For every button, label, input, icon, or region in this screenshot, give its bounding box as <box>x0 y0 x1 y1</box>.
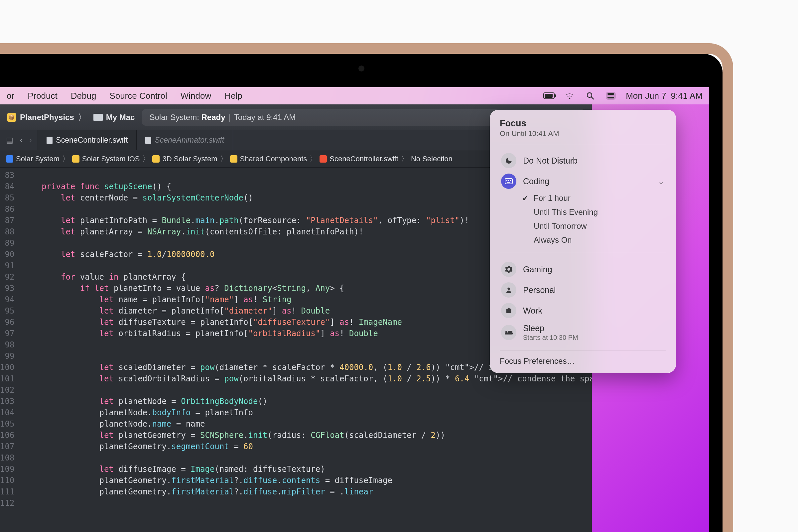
svg-rect-2 <box>505 178 512 184</box>
battery-icon[interactable] <box>543 92 555 100</box>
nav-back-icon[interactable]: ‹ <box>20 136 23 145</box>
gear-icon <box>501 262 516 277</box>
focus-mode-work[interactable]: Work <box>500 300 666 321</box>
focus-mode-label: Sleep <box>523 324 665 333</box>
camera-dot <box>358 65 364 72</box>
jump-seg[interactable]: Solar System <box>16 155 59 163</box>
swift-file-icon <box>320 155 327 163</box>
moon-icon <box>501 153 516 168</box>
divider <box>500 350 666 350</box>
focus-title: Focus <box>500 118 666 129</box>
menu-item-product[interactable]: Product <box>27 91 58 101</box>
scheme-selector[interactable]: 📦 PlanetPhysics 〉 <box>7 112 86 123</box>
menu-item-debug[interactable]: Debug <box>71 91 96 101</box>
focus-mode-label: Personal <box>523 285 665 295</box>
svg-rect-4 <box>508 180 509 181</box>
focus-mode-sleep[interactable]: Sleep Starts at 10:30 PM <box>500 321 666 344</box>
check-icon: ✓ <box>522 193 529 203</box>
badge-icon <box>501 303 516 318</box>
focus-mode-dnd[interactable]: Do Not Disturb <box>500 150 666 171</box>
focus-duration-option[interactable]: Until This Evening <box>522 208 666 217</box>
svg-rect-8 <box>507 309 511 313</box>
focus-popover: Focus On Until 10:41 AM Do Not Disturb C… <box>490 110 676 373</box>
scheme-icon: 📦 <box>7 113 16 122</box>
person-icon <box>501 282 516 298</box>
nav-forward-icon[interactable]: › <box>29 136 32 145</box>
focus-duration-option[interactable]: Always On <box>522 235 666 245</box>
status-state: Ready <box>202 113 225 122</box>
swift-file-icon <box>145 137 151 144</box>
tab-label: SceneAnimator.swift <box>155 136 224 145</box>
focus-mode-label: Gaming <box>523 265 665 274</box>
svg-rect-12 <box>508 331 512 333</box>
device-name: My Mac <box>106 113 135 122</box>
jump-seg[interactable]: Solar System iOS <box>82 155 140 163</box>
jump-seg[interactable]: Shared Components <box>240 155 307 163</box>
status-scheme: Solar System: <box>149 113 199 122</box>
svg-rect-3 <box>507 180 507 181</box>
svg-rect-6 <box>507 182 510 183</box>
svg-point-11 <box>506 331 507 333</box>
focus-mode-label: Work <box>523 306 665 316</box>
focus-preferences-link[interactable]: Focus Preferences… <box>500 357 666 366</box>
keyboard-icon <box>501 174 516 189</box>
jump-seg[interactable]: No Selection <box>411 155 453 163</box>
project-icon <box>6 155 13 163</box>
focus-mode-sublabel: Starts at 10:30 PM <box>523 334 665 341</box>
scheme-name: PlanetPhysics <box>20 113 74 122</box>
swift-file-icon <box>46 137 53 144</box>
menu-item-window[interactable]: Window <box>180 91 211 101</box>
focus-mode-gaming[interactable]: Gaming <box>500 259 666 280</box>
folder-icon <box>72 155 79 163</box>
menubar-time[interactable]: 9:41 AM <box>671 91 703 101</box>
menu-item-help[interactable]: Help <box>225 91 242 101</box>
menu-item-source-control[interactable]: Source Control <box>109 91 167 101</box>
related-items-icon[interactable]: ▤ <box>6 136 13 145</box>
line-gutter: 8384858687888990919293949596979899100101… <box>0 168 19 532</box>
mac-icon <box>93 114 103 121</box>
focus-mode-label: Coding <box>523 176 651 186</box>
menu-item[interactable]: or <box>7 91 14 101</box>
laptop-frame: or Product Debug Source Control Window H… <box>0 43 733 532</box>
chevron-down-icon: ⌄ <box>658 176 665 186</box>
focus-duration-option[interactable]: Until Tomorrow <box>522 222 666 231</box>
divider <box>500 144 666 144</box>
run-destination-selector[interactable]: My Mac <box>93 113 135 122</box>
svg-rect-5 <box>510 180 511 181</box>
menubar-date[interactable]: Mon Jun 7 <box>626 91 666 101</box>
focus-duration-option[interactable]: ✓For 1 hour <box>522 193 666 203</box>
spotlight-icon[interactable] <box>585 92 596 100</box>
svg-point-7 <box>507 288 510 290</box>
divider <box>500 253 666 253</box>
svg-line-1 <box>591 97 593 99</box>
display-bezel: or Product Debug Source Control Window H… <box>0 54 723 532</box>
svg-rect-9 <box>508 308 510 309</box>
editor-tab[interactable]: SceneAnimator.swift <box>137 130 233 150</box>
folder-icon <box>230 155 238 163</box>
status-time: Today at 9:41 AM <box>234 113 296 122</box>
macos-menubar: or Product Debug Source Control Window H… <box>0 87 709 104</box>
focus-duration-list: ✓For 1 hour Until This Evening Until Tom… <box>500 191 666 247</box>
focus-mode-label: Do Not Disturb <box>523 156 665 166</box>
focus-mode-personal[interactable]: Personal <box>500 280 666 300</box>
folder-icon <box>152 155 159 163</box>
bed-icon <box>501 325 516 340</box>
editor-tab-active[interactable]: SceneController.swift <box>38 130 137 150</box>
tab-label: SceneController.swift <box>56 136 128 145</box>
focus-mode-coding[interactable]: Coding ⌄ <box>500 171 666 191</box>
control-center-icon[interactable] <box>605 92 616 100</box>
focus-subtitle: On Until 10:41 AM <box>500 129 666 138</box>
chevron-right-icon: 〉 <box>78 112 86 123</box>
menubar-app-menus: or Product Debug Source Control Window H… <box>7 91 242 101</box>
jump-seg[interactable]: SceneController.swift <box>329 155 398 163</box>
screen: or Product Debug Source Control Window H… <box>0 87 709 532</box>
jump-seg[interactable]: 3D Solar System <box>162 155 217 163</box>
wifi-icon[interactable] <box>564 92 575 100</box>
tab-nav-controls: ▤ ‹ › <box>0 130 38 150</box>
